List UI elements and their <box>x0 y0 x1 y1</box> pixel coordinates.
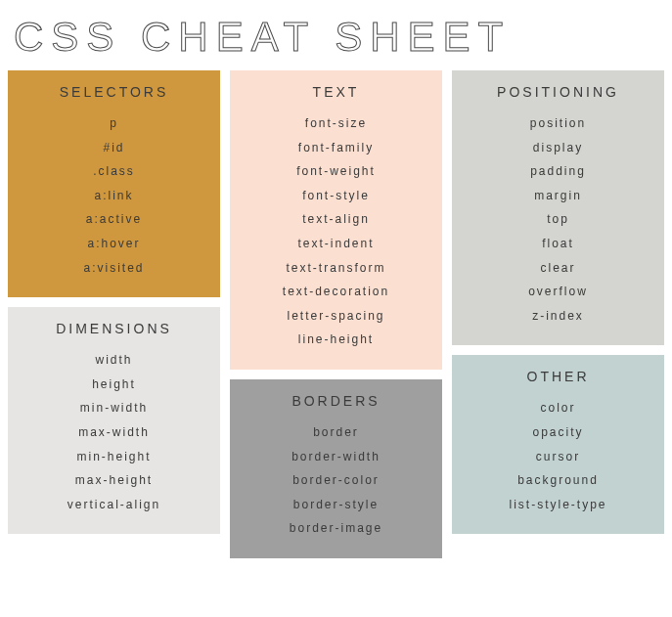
card-item: text-decoration <box>238 280 434 304</box>
card-item: max-height <box>16 468 212 493</box>
card-item: a:hover <box>16 232 212 256</box>
card-item: a:visited <box>16 256 212 281</box>
card-title: OTHER <box>460 369 656 384</box>
card-borders: BORDERS border border-width border-color… <box>230 379 442 558</box>
card-dimensions: DIMENSIONS width height min-width max-wi… <box>8 307 220 534</box>
card-item: vertical-align <box>16 493 212 517</box>
card-title: BORDERS <box>238 393 434 409</box>
column-0: SELECTORS p #id .class a:link a:active a… <box>8 70 220 558</box>
card-item: width <box>16 348 212 373</box>
card-item: list-style-type <box>460 493 656 517</box>
card-title: POSITIONING <box>460 84 656 100</box>
column-2: POSITIONING position display padding mar… <box>452 70 664 558</box>
card-item: z-index <box>460 304 656 329</box>
cheatsheet-grid: SELECTORS p #id .class a:link a:active a… <box>0 70 672 566</box>
card-item: margin <box>460 184 656 208</box>
card-item: color <box>460 396 656 420</box>
card-item: max-width <box>16 420 212 445</box>
card-item: border-image <box>238 516 434 541</box>
card-item: padding <box>460 159 656 184</box>
card-item: min-height <box>16 445 212 469</box>
card-positioning: POSITIONING position display padding mar… <box>452 70 664 345</box>
card-item: a:link <box>16 184 212 208</box>
card-item: border <box>238 420 434 445</box>
card-item: clear <box>460 256 656 281</box>
card-item: border-width <box>238 445 434 469</box>
card-text: TEXT font-size font-family font-weight f… <box>230 70 442 370</box>
card-item: float <box>460 232 656 256</box>
page-title: CSS CHEAT SHEET <box>0 0 672 70</box>
card-item: text-transform <box>238 256 434 281</box>
card-item: font-family <box>238 136 434 160</box>
card-item: #id <box>16 136 212 160</box>
card-item: line-height <box>238 328 434 352</box>
card-item: p <box>16 111 212 136</box>
card-item: opacity <box>460 420 656 445</box>
column-1: TEXT font-size font-family font-weight f… <box>230 70 442 558</box>
card-item: cursor <box>460 445 656 469</box>
card-item: display <box>460 136 656 160</box>
card-item: text-align <box>238 207 434 232</box>
card-selectors: SELECTORS p #id .class a:link a:active a… <box>8 70 220 297</box>
card-item: font-weight <box>238 159 434 184</box>
card-item: min-width <box>16 396 212 420</box>
card-other: OTHER color opacity cursor background li… <box>452 355 664 534</box>
card-title: DIMENSIONS <box>16 321 212 336</box>
card-item: position <box>460 111 656 136</box>
card-item: top <box>460 207 656 232</box>
card-item: overflow <box>460 280 656 304</box>
card-item: a:active <box>16 207 212 232</box>
card-item: letter-spacing <box>238 304 434 329</box>
card-item: border-color <box>238 468 434 493</box>
card-item: height <box>16 373 212 397</box>
card-item: font-style <box>238 184 434 208</box>
card-item: background <box>460 468 656 493</box>
card-title: TEXT <box>238 84 434 100</box>
card-item: border-style <box>238 493 434 517</box>
card-item: .class <box>16 159 212 184</box>
card-title: SELECTORS <box>16 84 212 100</box>
card-item: font-size <box>238 111 434 136</box>
card-item: text-indent <box>238 232 434 256</box>
